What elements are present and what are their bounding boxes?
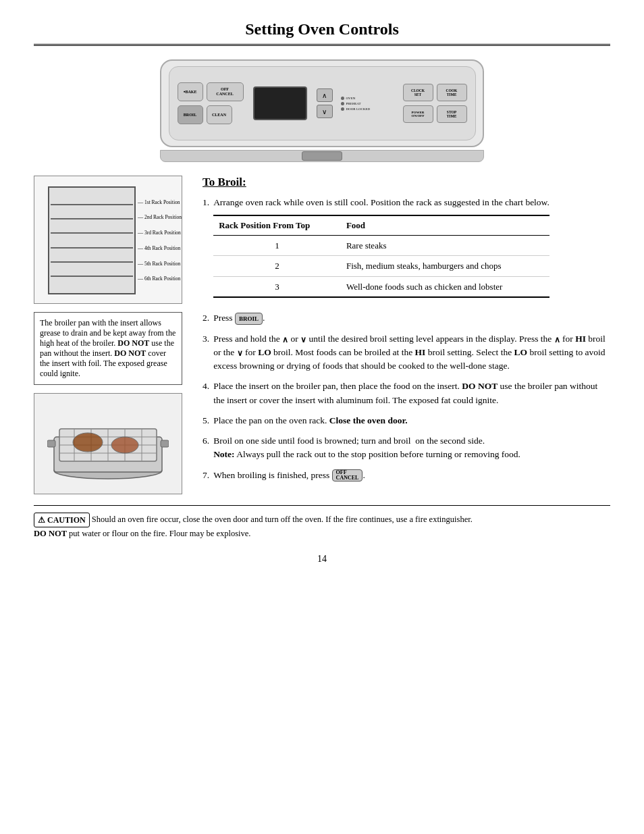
rack-label-6: 6th Rack Position: [138, 276, 182, 282]
step-6: 6. Broil on one side until food is brown…: [203, 434, 610, 462]
caution-box-text: The broiler pan with the insert allows g…: [40, 318, 176, 378]
rack-label-1: 1st Rack Position: [138, 199, 182, 205]
off-cancel-button-icon: OFFCANCEL: [207, 82, 244, 101]
control-panel-section: ●BAKE OFFCANCEL BROIL CLEAN ∧ ∨ OVEN: [34, 59, 610, 162]
step-7: 7. When broiling is finished, press OFFC…: [203, 469, 610, 482]
step-5: 5. Place the pan on the oven rack. Close…: [203, 414, 610, 427]
svg-rect-14: [161, 440, 169, 447]
panel-arrows: ∧ ∨: [317, 88, 333, 118]
oven-indicator: OVEN: [341, 97, 371, 100]
table-col2-header: Food: [341, 215, 549, 235]
up-arrow-icon-2: ∧: [554, 334, 560, 344]
instruction-list: 1. Arrange oven rack while oven is still…: [203, 196, 610, 482]
table-cell-food: Fish, medium steaks, hamburgers and chop…: [341, 256, 549, 277]
table-cell-position: 1: [213, 235, 341, 256]
svg-point-11: [73, 433, 103, 452]
broil-button-inline: BROIL: [235, 313, 263, 325]
oven-interior: [48, 186, 136, 294]
table-cell-food: Well-done foods such as chicken and lobs…: [341, 276, 549, 297]
svg-point-12: [111, 437, 138, 453]
broil-heading: To Broil:: [203, 176, 610, 189]
broiler-pan-image: [34, 393, 182, 494]
title-divider: [34, 44, 610, 46]
down-arrow-icon: ∨: [300, 334, 306, 344]
broiler-pan-svg: [47, 403, 169, 484]
clean-button-icon: CLEAN: [207, 105, 232, 124]
table-col1-header: Rack Position From Top: [213, 215, 341, 235]
rack-line-2: [51, 218, 133, 219]
caution-notice: ⚠ CAUTION Should an oven fire occur, clo…: [34, 505, 610, 540]
table-row: 3Well-done foods such as chicken and lob…: [213, 276, 549, 297]
caution-badge: ⚠ CAUTION: [34, 513, 90, 527]
rack-line-5: [51, 261, 133, 263]
middle-section: 1st Rack Position 2nd Rack Position 3rd …: [34, 176, 610, 494]
clock-set-button-icon: CLOCKSET: [403, 84, 433, 101]
table-cell-position: 3: [213, 276, 341, 297]
caution-box: The broiler pan with the insert allows g…: [34, 312, 182, 385]
broil-button-icon: BROIL: [178, 105, 203, 124]
step-2: 2. Press BROIL.: [203, 311, 610, 325]
step2-text: Press: [213, 313, 233, 323]
rack-label-4: 4th Rack Position: [138, 245, 182, 251]
svg-rect-13: [47, 440, 55, 447]
oven-rack-diagram: 1st Rack Position 2nd Rack Position 3rd …: [34, 176, 182, 304]
rack-line-4: [51, 247, 133, 249]
rack-line-6: [51, 276, 133, 277]
table-cell-food: Rare steaks: [341, 235, 549, 256]
up-arrow-button-icon: ∧: [317, 88, 333, 102]
rack-label-2: 2nd Rack Position: [138, 214, 182, 220]
rack-line-3: [51, 232, 133, 234]
power-onoff-button-icon: POWERON/OFF: [403, 105, 433, 123]
table-row: 2Fish, medium steaks, hamburgers and cho…: [213, 256, 549, 277]
panel-right-buttons: CLOCKSET COOKTIME POWERON/OFF STOPTIME: [403, 84, 467, 123]
off-cancel-button-inline: OFFCANCEL: [332, 469, 363, 481]
rack-line-1: [51, 204, 133, 205]
preheat-indicator: PREHEAT: [341, 102, 371, 105]
bake-button-icon: ●BAKE: [178, 82, 203, 101]
step-3: 3. Press and hold the ∧ or ∨ until the d…: [203, 332, 610, 373]
step-4: 4. Place the insert on the broiler pan, …: [203, 380, 610, 407]
step1-text: Arrange oven rack while oven is still co…: [213, 197, 549, 207]
step-1: 1. Arrange oven rack while oven is still…: [203, 196, 610, 305]
panel-indicators: OVEN PREHEAT DOOR LOCKED: [341, 97, 371, 111]
up-arrow-icon: ∧: [282, 334, 288, 344]
table-cell-position: 2: [213, 256, 341, 277]
rack-label-3: 3rd Rack Position: [138, 230, 182, 236]
cook-time-button-icon: COOKTIME: [437, 84, 467, 101]
panel-display: [253, 86, 307, 120]
panel-left-buttons: ●BAKE OFFCANCEL BROIL CLEAN: [178, 82, 244, 124]
panel-bottom-strip: [160, 150, 484, 162]
down-arrow-button-icon: ∨: [317, 105, 333, 118]
panel-knob: [302, 151, 342, 161]
rack-position-table: Rack Position From Top Food 1Rare steaks…: [213, 215, 549, 298]
page-number: 14: [34, 554, 610, 565]
caution-text: Should an oven fire occur, close the ove…: [34, 515, 473, 538]
rack-labels: 1st Rack Position 2nd Rack Position 3rd …: [138, 186, 182, 294]
rack-label-5: 5th Rack Position: [138, 261, 182, 267]
control-panel-illustration: ●BAKE OFFCANCEL BROIL CLEAN ∧ ∨ OVEN: [160, 59, 484, 147]
table-row: 1Rare steaks: [213, 235, 549, 256]
panel-inner: ●BAKE OFFCANCEL BROIL CLEAN ∧ ∨ OVEN: [169, 66, 476, 140]
right-column: To Broil: 1. Arrange oven rack while ove…: [203, 176, 610, 494]
left-column: 1st Rack Position 2nd Rack Position 3rd …: [34, 176, 189, 494]
door-locked-indicator: DOOR LOCKED: [341, 107, 371, 111]
caution-triangle-icon: ⚠: [38, 514, 45, 526]
page-title: Setting Oven Controls: [34, 20, 610, 38]
stop-time-button-icon: STOPTIME: [437, 105, 467, 123]
down-arrow-icon-2: ∨: [237, 348, 243, 358]
